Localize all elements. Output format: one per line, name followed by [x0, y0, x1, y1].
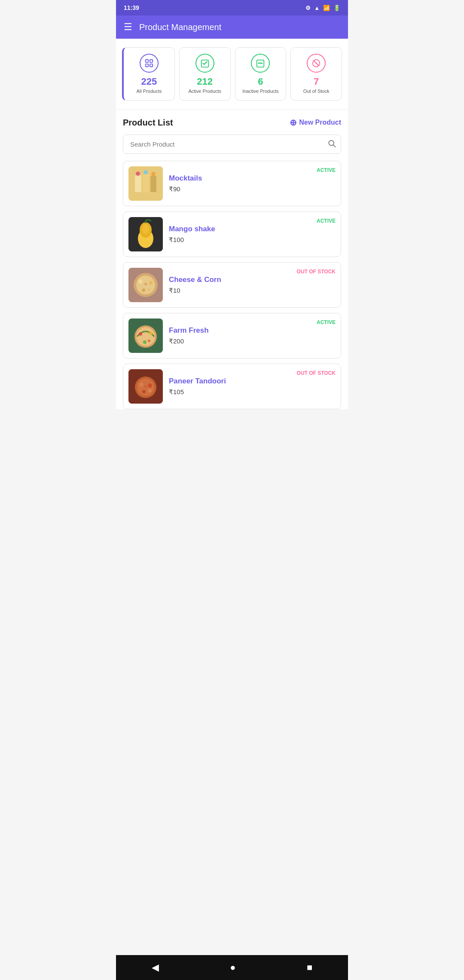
product-card-paneer-tandoori[interactable]: Paneer Tandoori ₹105 OUT OF STOCK	[123, 364, 341, 409]
product-list-title: Product List	[123, 118, 173, 128]
product-status-cheese-corn: OUT OF STOCK	[297, 268, 336, 275]
svg-point-29	[148, 288, 150, 291]
inactive-products-label: Inactive Products	[242, 88, 278, 94]
out-of-stock-count: 7	[314, 76, 319, 87]
product-thumbnail-paneer-tandoori	[128, 369, 163, 404]
svg-point-27	[149, 281, 153, 285]
menu-icon[interactable]: ☰	[124, 21, 132, 33]
product-card-farm-fresh[interactable]: Farm Fresh ₹200 ACTIVE	[123, 313, 341, 358]
svg-rect-12	[135, 175, 141, 192]
stat-card-inactive[interactable]: 6 Inactive Products	[235, 47, 287, 101]
all-products-label: All Products	[137, 88, 162, 94]
plus-icon: ⊕	[290, 117, 297, 128]
svg-rect-13	[143, 174, 149, 192]
svg-point-28	[142, 288, 145, 292]
svg-rect-14	[150, 176, 156, 192]
svg-rect-2	[146, 64, 148, 67]
product-info-farm-fresh: Farm Fresh ₹200	[169, 326, 311, 345]
product-price-mango-shake: ₹100	[169, 236, 311, 244]
product-thumbnail-mango-shake	[128, 217, 163, 251]
wifi-icon: ▲	[314, 5, 320, 11]
product-status-mocktails: ACTIVE	[317, 166, 336, 173]
status-icons: ⚙ ▲ 📶 🔋	[305, 5, 340, 11]
product-list: Mocktails ₹90 ACTIVE Mango shake ₹100	[123, 161, 341, 409]
svg-point-41	[139, 383, 143, 387]
product-status-farm-fresh: ACTIVE	[317, 318, 336, 325]
product-info-paneer-tandoori: Paneer Tandoori ₹105	[169, 377, 291, 396]
svg-rect-0	[146, 60, 148, 62]
product-info-mocktails: Mocktails ₹90	[169, 174, 311, 193]
svg-point-35	[149, 331, 153, 335]
stat-card-active[interactable]: 212 Active Products	[179, 47, 231, 101]
settings-icon: ⚙	[305, 5, 311, 11]
stat-card-all[interactable]: 225 All Products	[122, 47, 175, 101]
product-name-cheese-corn: Cheese & Corn	[169, 276, 291, 284]
stat-card-out[interactable]: 7 Out of Stock	[290, 47, 342, 101]
search-container	[123, 135, 341, 154]
search-button[interactable]	[327, 139, 336, 150]
new-product-label: New Product	[299, 119, 341, 126]
product-thumbnail-mocktails	[128, 166, 163, 201]
svg-point-44	[148, 389, 152, 392]
page-title: Product Management	[139, 22, 221, 32]
svg-point-17	[151, 172, 156, 176]
product-thumbnail-farm-fresh	[128, 318, 163, 353]
product-price-farm-fresh: ₹200	[169, 337, 311, 345]
svg-point-34	[139, 332, 142, 336]
product-price-cheese-corn: ₹10	[169, 287, 291, 294]
svg-point-37	[148, 340, 150, 342]
product-status-mango-shake: ACTIVE	[317, 217, 336, 224]
new-product-button[interactable]: ⊕ New Product	[290, 117, 341, 128]
battery-icon: 🔋	[333, 5, 340, 11]
svg-point-42	[148, 383, 152, 388]
svg-point-43	[142, 390, 146, 393]
svg-rect-1	[150, 60, 153, 62]
product-card-mango-shake[interactable]: Mango shake ₹100 ACTIVE	[123, 211, 341, 257]
product-price-mocktails: ₹90	[169, 185, 311, 193]
svg-point-30	[144, 283, 147, 285]
product-info-cheese-corn: Cheese & Corn ₹10	[169, 276, 291, 294]
svg-line-10	[333, 145, 336, 147]
status-time: 11:39	[124, 4, 139, 11]
product-name-mocktails: Mocktails	[169, 174, 311, 183]
svg-point-26	[138, 279, 143, 284]
svg-line-8	[314, 60, 319, 66]
all-products-icon	[140, 54, 159, 73]
search-input[interactable]	[123, 135, 341, 154]
inactive-products-icon	[251, 54, 270, 73]
product-name-paneer-tandoori: Paneer Tandoori	[169, 377, 291, 386]
active-products-icon	[195, 54, 214, 73]
active-products-label: Active Products	[188, 88, 221, 94]
search-icon	[327, 139, 336, 147]
product-section: Product List ⊕ New Product	[116, 110, 348, 409]
product-name-mango-shake: Mango shake	[169, 225, 311, 233]
svg-point-45	[144, 385, 147, 388]
out-of-stock-label: Out of Stock	[303, 88, 330, 94]
svg-point-16	[143, 170, 148, 175]
all-products-count: 225	[141, 76, 157, 87]
out-of-stock-icon	[307, 54, 326, 73]
stats-row: 225 All Products 212 Active Products 6 I…	[116, 39, 348, 110]
product-name-farm-fresh: Farm Fresh	[169, 326, 311, 335]
status-bar: 11:39 ⚙ ▲ 📶 🔋	[116, 0, 348, 15]
product-card-mocktails[interactable]: Mocktails ₹90 ACTIVE	[123, 161, 341, 206]
signal-icon: 📶	[323, 5, 330, 11]
product-price-paneer-tandoori: ₹105	[169, 388, 291, 396]
product-status-paneer-tandoori: OUT OF STOCK	[297, 369, 336, 376]
product-info-mango-shake: Mango shake ₹100	[169, 225, 311, 244]
svg-point-21	[142, 224, 149, 234]
svg-rect-3	[150, 64, 153, 67]
svg-point-15	[136, 172, 140, 176]
product-card-cheese-corn[interactable]: Cheese & Corn ₹10 OUT OF STOCK	[123, 262, 341, 308]
product-thumbnail-cheese-corn	[128, 268, 163, 302]
active-products-count: 212	[197, 76, 213, 87]
top-bar: ☰ Product Management	[116, 15, 348, 39]
product-list-header: Product List ⊕ New Product	[123, 117, 341, 128]
inactive-products-count: 6	[258, 76, 263, 87]
svg-point-36	[143, 340, 147, 344]
